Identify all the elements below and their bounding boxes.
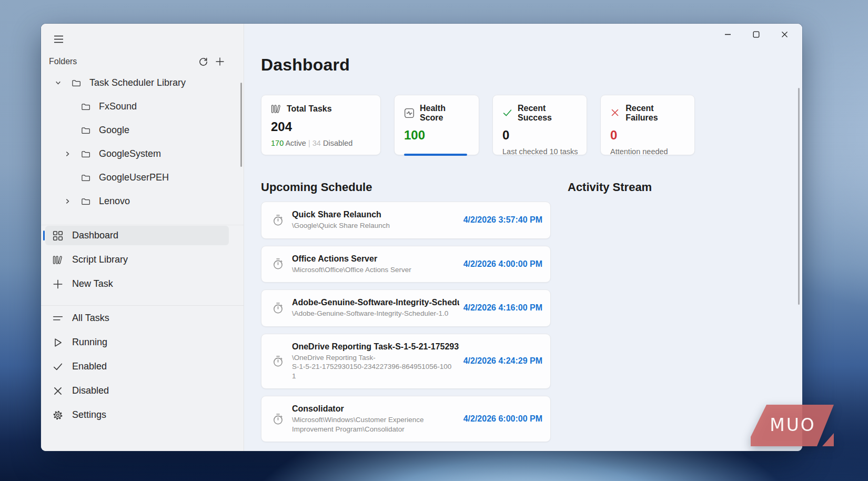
- task-name: Quick Share Relaunch: [292, 210, 459, 219]
- stats-row: Total Tasks 204 170 Active | 34 Disabled…: [261, 95, 802, 155]
- gear-icon: [53, 410, 63, 420]
- task-path: \OneDrive Reporting Task- S-1-5-21-17529…: [292, 353, 459, 381]
- minimize-icon: [724, 31, 731, 38]
- schedule-item-quick-share-relaunch[interactable]: Quick Share Relaunch \Google\Quick Share…: [261, 202, 551, 239]
- library-icon: [271, 104, 281, 114]
- folder-icon: [81, 149, 90, 159]
- stat-subtext: 170 Active | 34 Disabled: [271, 139, 372, 147]
- task-name: OneDrive Reporting Task-S-1-5-21-1752930: [292, 342, 459, 352]
- window-controls: [716, 26, 796, 43]
- schedule-item-onedrive-reporting[interactable]: OneDrive Reporting Task-S-1-5-21-1752930…: [261, 334, 551, 389]
- schedule-item-office-actions-server[interactable]: Office Actions Server \Microsoft\Office\…: [261, 246, 551, 283]
- close-icon: [53, 386, 63, 396]
- minimize-button[interactable]: [716, 26, 739, 43]
- tree-item-google[interactable]: Google: [41, 118, 244, 142]
- stat-label: Health Score: [420, 104, 470, 123]
- play-icon: [53, 337, 63, 348]
- sidebar-filters: All Tasks Running Enabled Disabled Setti…: [41, 308, 244, 429]
- folder-icon: [72, 78, 81, 88]
- schedule-item-adobe-genuine-software[interactable]: Adobe-Genuine-Software-Integrity-Schedu …: [261, 289, 551, 327]
- health-progress-bar: [404, 154, 467, 156]
- folder-icon: [81, 173, 90, 183]
- stat-card-health-score: Health Score 100: [394, 95, 479, 155]
- muo-watermark: MUO: [751, 404, 834, 446]
- task-name: Adobe-Genuine-Software-Integrity-Schedu: [292, 298, 459, 307]
- tree-item-lenovo[interactable]: Lenovo: [41, 189, 244, 213]
- timer-icon: [272, 413, 284, 425]
- stat-subtext: Attention needed: [610, 147, 686, 156]
- refresh-folders-button[interactable]: [196, 55, 210, 68]
- selected-indicator: [43, 231, 45, 241]
- folder-icon: [81, 102, 90, 112]
- close-icon: [781, 31, 788, 38]
- tree-item-fxsound[interactable]: FxSound: [41, 95, 244, 118]
- main-content: Dashboard Total Tasks 204 170 Active | 3…: [244, 24, 802, 451]
- check-icon: [53, 362, 63, 372]
- close-button[interactable]: [773, 26, 796, 43]
- grid-icon: [53, 231, 63, 241]
- task-path: \Adobe-Genuine-Software-Integrity-Schedu…: [292, 309, 459, 318]
- task-path: \Microsoft\Office\Office Actions Server: [292, 265, 459, 275]
- close-icon: [610, 108, 620, 118]
- task-path: \Google\Quick Share Relaunch: [292, 221, 459, 231]
- stat-value: 0: [502, 128, 578, 143]
- tree-item-googleuserpeh[interactable]: GoogleUserPEH: [41, 166, 244, 189]
- task-time: 4/2/2026 4:00:00 PM: [463, 259, 542, 269]
- timer-icon: [272, 302, 284, 314]
- stat-subtext: Last checked 10 tasks: [502, 147, 578, 156]
- maximize-button[interactable]: [744, 26, 768, 43]
- stat-label: Total Tasks: [287, 104, 332, 114]
- task-time: 4/2/2026 6:00:00 PM: [463, 414, 542, 424]
- sidebar-item-disabled[interactable]: Disabled: [45, 381, 229, 400]
- sidebar-nav: Dashboard Script Library New Task: [41, 226, 244, 298]
- sidebar-item-running[interactable]: Running: [45, 333, 229, 352]
- timer-icon: [272, 258, 284, 270]
- sidebar-item-all-tasks[interactable]: All Tasks: [45, 308, 229, 328]
- chevron-right-icon[interactable]: [63, 197, 72, 206]
- task-time: 4/2/2026 4:24:29 PM: [463, 356, 542, 366]
- sidebar-item-new-task[interactable]: New Task: [45, 274, 229, 294]
- stat-card-recent-failures: Recent Failures 0 Attention needed: [600, 95, 695, 155]
- timer-icon: [272, 214, 284, 226]
- chevron-down-icon[interactable]: [54, 79, 62, 87]
- task-name: Office Actions Server: [292, 254, 459, 264]
- pulse-icon: [404, 108, 415, 118]
- sidebar-divider: [41, 305, 244, 306]
- stat-value: 204: [271, 119, 372, 134]
- check-icon: [502, 108, 512, 118]
- sidebar-scrollbar[interactable]: [240, 83, 242, 167]
- task-path: \Microsoft\Windows\Customer Experience I…: [292, 415, 459, 434]
- hamburger-menu-button[interactable]: [49, 31, 67, 47]
- folder-tree: Task Scheduler Library FxSound Google Go…: [41, 71, 244, 213]
- stat-card-recent-success: Recent Success 0 Last checked 10 tasks: [492, 95, 587, 155]
- page-title: Dashboard: [261, 55, 802, 75]
- plus-icon: [53, 279, 63, 289]
- folder-icon: [81, 197, 90, 206]
- folders-label: Folders: [49, 57, 77, 66]
- tree-item-googlesystem[interactable]: GoogleSystem: [41, 142, 244, 166]
- sidebar-item-script-library[interactable]: Script Library: [45, 250, 229, 269]
- sidebar-item-enabled[interactable]: Enabled: [45, 357, 229, 376]
- stat-card-total-tasks: Total Tasks 204 170 Active | 34 Disabled: [261, 95, 381, 155]
- sidebar-item-dashboard[interactable]: Dashboard: [45, 226, 229, 245]
- plus-icon: [215, 57, 225, 66]
- task-time: 4/2/2026 3:57:40 PM: [463, 215, 542, 225]
- task-time: 4/2/2026 4:16:00 PM: [463, 303, 542, 313]
- upcoming-schedule-section: Upcoming Schedule Quick Share Relaunch \…: [261, 181, 551, 449]
- chevron-right-icon[interactable]: [63, 150, 72, 158]
- folder-icon: [81, 126, 90, 135]
- main-scrollbar[interactable]: [798, 88, 800, 305]
- schedule-item-consolidator[interactable]: Consolidator \Microsoft\Windows\Customer…: [261, 396, 551, 442]
- task-name: Consolidator: [292, 404, 459, 414]
- hamburger-icon: [54, 35, 64, 43]
- refresh-icon: [198, 57, 208, 67]
- library-icon: [53, 255, 63, 265]
- add-folder-button[interactable]: [213, 55, 227, 68]
- list-icon: [53, 313, 63, 324]
- tree-item-task-scheduler-library[interactable]: Task Scheduler Library: [41, 71, 244, 95]
- sidebar-item-settings[interactable]: Settings: [45, 405, 229, 425]
- stat-label: Recent Success: [518, 104, 578, 123]
- upcoming-schedule-heading: Upcoming Schedule: [261, 181, 551, 194]
- stat-value: 100: [404, 128, 470, 143]
- muo-logo-text: MUO: [766, 415, 819, 435]
